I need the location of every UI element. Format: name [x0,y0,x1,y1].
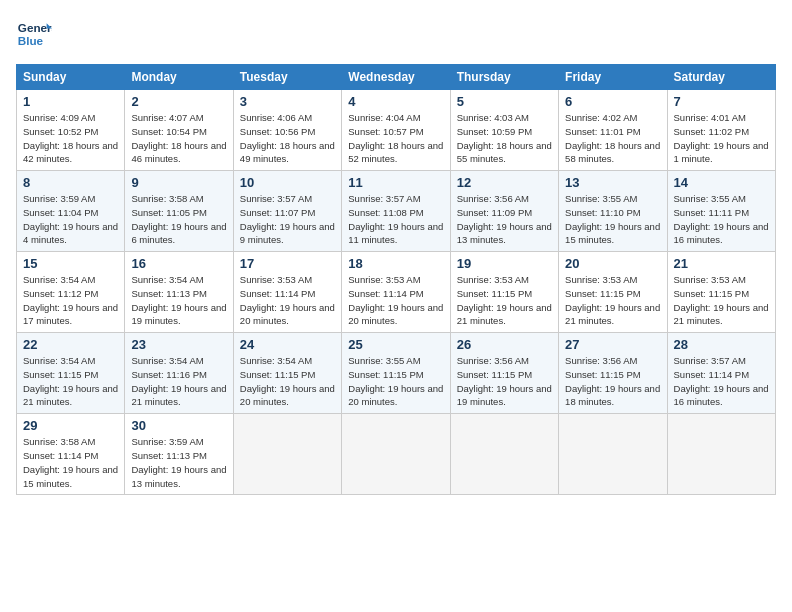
day-info: Sunrise: 3:54 AM Sunset: 11:15 PM Daylig… [240,354,335,409]
header-sunday: Sunday [17,65,125,90]
calendar-cell: 24 Sunrise: 3:54 AM Sunset: 11:15 PM Day… [233,333,341,414]
day-info: Sunrise: 3:59 AM Sunset: 11:13 PM Daylig… [131,435,226,490]
day-number: 26 [457,337,552,352]
day-info: Sunrise: 3:55 AM Sunset: 11:15 PM Daylig… [348,354,443,409]
day-number: 6 [565,94,660,109]
week-row-3: 15 Sunrise: 3:54 AM Sunset: 11:12 PM Day… [17,252,776,333]
calendar-cell: 13 Sunrise: 3:55 AM Sunset: 11:10 PM Day… [559,171,667,252]
calendar-cell: 3 Sunrise: 4:06 AM Sunset: 10:56 PM Dayl… [233,90,341,171]
day-number: 17 [240,256,335,271]
day-info: Sunrise: 3:53 AM Sunset: 11:14 PM Daylig… [240,273,335,328]
day-number: 30 [131,418,226,433]
calendar-cell [559,414,667,495]
day-number: 25 [348,337,443,352]
day-number: 1 [23,94,118,109]
calendar-cell: 22 Sunrise: 3:54 AM Sunset: 11:15 PM Day… [17,333,125,414]
calendar-cell: 7 Sunrise: 4:01 AM Sunset: 11:02 PM Dayl… [667,90,775,171]
day-number: 9 [131,175,226,190]
calendar-cell: 16 Sunrise: 3:54 AM Sunset: 11:13 PM Day… [125,252,233,333]
calendar-cell: 30 Sunrise: 3:59 AM Sunset: 11:13 PM Day… [125,414,233,495]
calendar-cell: 6 Sunrise: 4:02 AM Sunset: 11:01 PM Dayl… [559,90,667,171]
header-tuesday: Tuesday [233,65,341,90]
day-number: 3 [240,94,335,109]
day-number: 29 [23,418,118,433]
calendar-cell: 25 Sunrise: 3:55 AM Sunset: 11:15 PM Day… [342,333,450,414]
day-number: 21 [674,256,769,271]
day-number: 18 [348,256,443,271]
day-number: 27 [565,337,660,352]
week-row-2: 8 Sunrise: 3:59 AM Sunset: 11:04 PM Dayl… [17,171,776,252]
calendar-cell: 2 Sunrise: 4:07 AM Sunset: 10:54 PM Dayl… [125,90,233,171]
calendar-cell: 28 Sunrise: 3:57 AM Sunset: 11:14 PM Day… [667,333,775,414]
day-info: Sunrise: 3:54 AM Sunset: 11:16 PM Daylig… [131,354,226,409]
day-number: 8 [23,175,118,190]
logo-icon: General Blue [16,16,52,52]
calendar-cell: 11 Sunrise: 3:57 AM Sunset: 11:08 PM Day… [342,171,450,252]
calendar-cell [233,414,341,495]
day-number: 16 [131,256,226,271]
day-info: Sunrise: 4:09 AM Sunset: 10:52 PM Daylig… [23,111,118,166]
day-number: 28 [674,337,769,352]
day-info: Sunrise: 4:06 AM Sunset: 10:56 PM Daylig… [240,111,335,166]
day-number: 14 [674,175,769,190]
day-number: 20 [565,256,660,271]
calendar-cell: 29 Sunrise: 3:58 AM Sunset: 11:14 PM Day… [17,414,125,495]
day-info: Sunrise: 3:56 AM Sunset: 11:09 PM Daylig… [457,192,552,247]
calendar-cell: 18 Sunrise: 3:53 AM Sunset: 11:14 PM Day… [342,252,450,333]
calendar-cell: 8 Sunrise: 3:59 AM Sunset: 11:04 PM Dayl… [17,171,125,252]
day-number: 22 [23,337,118,352]
day-number: 2 [131,94,226,109]
calendar-cell: 20 Sunrise: 3:53 AM Sunset: 11:15 PM Day… [559,252,667,333]
calendar-cell: 23 Sunrise: 3:54 AM Sunset: 11:16 PM Day… [125,333,233,414]
day-number: 15 [23,256,118,271]
calendar-header-row: SundayMondayTuesdayWednesdayThursdayFrid… [17,65,776,90]
day-info: Sunrise: 3:55 AM Sunset: 11:11 PM Daylig… [674,192,769,247]
day-info: Sunrise: 3:54 AM Sunset: 11:13 PM Daylig… [131,273,226,328]
calendar-table: SundayMondayTuesdayWednesdayThursdayFrid… [16,64,776,495]
day-number: 12 [457,175,552,190]
calendar-cell [667,414,775,495]
logo: General Blue [16,16,52,52]
svg-text:Blue: Blue [18,34,44,47]
day-info: Sunrise: 3:57 AM Sunset: 11:08 PM Daylig… [348,192,443,247]
day-number: 5 [457,94,552,109]
header-wednesday: Wednesday [342,65,450,90]
day-info: Sunrise: 3:54 AM Sunset: 11:12 PM Daylig… [23,273,118,328]
day-info: Sunrise: 3:59 AM Sunset: 11:04 PM Daylig… [23,192,118,247]
calendar-cell: 26 Sunrise: 3:56 AM Sunset: 11:15 PM Day… [450,333,558,414]
calendar-cell: 19 Sunrise: 3:53 AM Sunset: 11:15 PM Day… [450,252,558,333]
day-info: Sunrise: 3:56 AM Sunset: 11:15 PM Daylig… [457,354,552,409]
calendar-cell: 17 Sunrise: 3:53 AM Sunset: 11:14 PM Day… [233,252,341,333]
day-info: Sunrise: 3:53 AM Sunset: 11:15 PM Daylig… [457,273,552,328]
day-info: Sunrise: 3:56 AM Sunset: 11:15 PM Daylig… [565,354,660,409]
week-row-5: 29 Sunrise: 3:58 AM Sunset: 11:14 PM Day… [17,414,776,495]
day-number: 11 [348,175,443,190]
calendar-cell: 9 Sunrise: 3:58 AM Sunset: 11:05 PM Dayl… [125,171,233,252]
day-info: Sunrise: 3:54 AM Sunset: 11:15 PM Daylig… [23,354,118,409]
calendar-cell: 5 Sunrise: 4:03 AM Sunset: 10:59 PM Dayl… [450,90,558,171]
header-thursday: Thursday [450,65,558,90]
calendar-cell: 10 Sunrise: 3:57 AM Sunset: 11:07 PM Day… [233,171,341,252]
day-info: Sunrise: 3:55 AM Sunset: 11:10 PM Daylig… [565,192,660,247]
calendar-cell: 14 Sunrise: 3:55 AM Sunset: 11:11 PM Day… [667,171,775,252]
day-number: 19 [457,256,552,271]
day-info: Sunrise: 4:03 AM Sunset: 10:59 PM Daylig… [457,111,552,166]
day-number: 24 [240,337,335,352]
day-info: Sunrise: 3:53 AM Sunset: 11:15 PM Daylig… [674,273,769,328]
day-info: Sunrise: 3:53 AM Sunset: 11:14 PM Daylig… [348,273,443,328]
week-row-4: 22 Sunrise: 3:54 AM Sunset: 11:15 PM Day… [17,333,776,414]
calendar-cell: 15 Sunrise: 3:54 AM Sunset: 11:12 PM Day… [17,252,125,333]
calendar-cell [450,414,558,495]
day-info: Sunrise: 4:02 AM Sunset: 11:01 PM Daylig… [565,111,660,166]
day-info: Sunrise: 4:04 AM Sunset: 10:57 PM Daylig… [348,111,443,166]
day-number: 13 [565,175,660,190]
header-friday: Friday [559,65,667,90]
calendar-body: 1 Sunrise: 4:09 AM Sunset: 10:52 PM Dayl… [17,90,776,495]
calendar-cell: 4 Sunrise: 4:04 AM Sunset: 10:57 PM Dayl… [342,90,450,171]
day-info: Sunrise: 4:07 AM Sunset: 10:54 PM Daylig… [131,111,226,166]
calendar-cell: 21 Sunrise: 3:53 AM Sunset: 11:15 PM Day… [667,252,775,333]
calendar-cell: 12 Sunrise: 3:56 AM Sunset: 11:09 PM Day… [450,171,558,252]
day-number: 23 [131,337,226,352]
day-number: 4 [348,94,443,109]
day-info: Sunrise: 3:58 AM Sunset: 11:05 PM Daylig… [131,192,226,247]
